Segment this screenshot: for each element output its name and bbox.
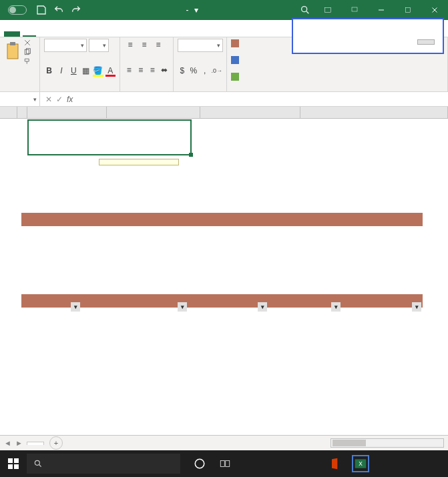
tab-home[interactable] <box>23 30 36 37</box>
filter-icon[interactable]: ▾ <box>331 302 341 312</box>
align-bottom-icon[interactable]: ≡ <box>152 39 164 51</box>
merge-icon[interactable]: ⬌ <box>160 64 170 76</box>
tab-formulas[interactable] <box>63 31 76 37</box>
filter-icon[interactable]: ▾ <box>258 302 267 312</box>
svg-point-0 <box>302 7 307 12</box>
tab-view[interactable] <box>103 31 116 37</box>
number-format-select[interactable] <box>178 39 223 52</box>
dropdown-icon[interactable]: ▾ <box>194 5 198 15</box>
search-icon <box>33 459 43 468</box>
align-center-icon[interactable]: ≡ <box>136 64 146 76</box>
taskbar-search[interactable] <box>27 454 180 474</box>
increase-decimal-icon[interactable]: .0→ <box>211 65 222 77</box>
worksheet[interactable]: ▾ ▾ ▾ ▾ ▾ <box>0 119 448 435</box>
ribbon-display-icon[interactable] <box>341 0 368 20</box>
separator: - <box>186 5 189 15</box>
title-search <box>296 5 314 15</box>
table-header-row: ▾ ▾ ▾ ▾ ▾ <box>21 294 423 308</box>
quick-access-toolbar <box>32 5 85 15</box>
format-as-table-button[interactable] <box>231 55 443 65</box>
svg-text:X: X <box>359 460 363 467</box>
fill-color-button[interactable]: 🪣 <box>93 65 103 77</box>
percent-icon[interactable]: % <box>189 65 198 77</box>
col-header-a[interactable] <box>17 107 27 118</box>
enter-icon[interactable]: ✓ <box>56 95 63 104</box>
search-icon[interactable] <box>300 5 310 15</box>
prev-sheet-icon[interactable]: ◄ <box>4 439 11 447</box>
taskbar: X <box>0 450 448 477</box>
font-size-select[interactable] <box>89 39 109 52</box>
redo-icon[interactable] <box>71 5 81 15</box>
col-header-d[interactable] <box>200 107 300 118</box>
ok-button[interactable] <box>417 39 435 45</box>
select-all-corner[interactable] <box>0 107 17 118</box>
comma-icon[interactable]: , <box>200 65 210 77</box>
start-button[interactable] <box>0 450 27 477</box>
copy-icon[interactable] <box>23 48 31 56</box>
office-icon[interactable] <box>328 456 343 471</box>
maximize-button[interactable] <box>395 0 421 20</box>
filter-icon[interactable]: ▾ <box>178 302 187 312</box>
undo-icon[interactable] <box>53 5 64 15</box>
bold-button[interactable]: B <box>44 65 54 77</box>
scroll-thumb[interactable] <box>332 440 366 446</box>
task-view-icon[interactable] <box>218 456 232 471</box>
tab-help[interactable] <box>116 31 130 37</box>
font-name-select[interactable] <box>44 39 87 52</box>
window-controls <box>314 0 448 20</box>
app-guard-icon[interactable] <box>314 0 341 20</box>
border-button[interactable]: ▦ <box>81 65 91 77</box>
next-sheet-icon[interactable]: ► <box>15 439 23 447</box>
save-icon[interactable] <box>36 5 47 15</box>
align-top-icon[interactable]: ≡ <box>124 39 136 51</box>
selection-box <box>27 119 192 155</box>
align-middle-icon[interactable]: ≡ <box>138 39 150 51</box>
discount-note <box>204 229 368 238</box>
filter-icon[interactable]: ▾ <box>71 302 80 312</box>
add-sheet-button[interactable]: + <box>49 436 63 450</box>
svg-rect-11 <box>14 464 19 469</box>
titlebar: - ▾ <box>0 0 448 20</box>
col-header-e[interactable] <box>300 107 448 118</box>
tab-insert[interactable] <box>36 31 49 37</box>
filter-icon[interactable]: ▾ <box>412 302 421 312</box>
group-font: B I U ▦ 🪣 A <box>40 37 120 91</box>
tab-data[interactable] <box>76 31 89 37</box>
formula-bar: ✕ ✓ fx <box>0 92 448 107</box>
col-header-c[interactable] <box>107 107 200 118</box>
close-button[interactable] <box>421 0 448 20</box>
fx-icon[interactable]: fx <box>67 95 73 104</box>
font-color-button[interactable]: A <box>105 65 116 77</box>
invoice-meta <box>336 158 423 198</box>
name-box[interactable] <box>0 92 40 106</box>
underline-button[interactable]: U <box>69 65 79 77</box>
cortana-icon[interactable] <box>192 456 207 471</box>
autosave[interactable] <box>0 5 32 15</box>
svg-rect-2 <box>352 7 357 11</box>
tab-page-layout[interactable] <box>49 31 63 37</box>
autosave-toggle[interactable] <box>8 5 27 15</box>
window-title: - ▾ <box>85 5 296 15</box>
bill-to-header <box>21 213 423 226</box>
font-label <box>44 89 116 90</box>
minimize-button[interactable] <box>368 0 395 20</box>
cut-icon[interactable] <box>23 39 31 47</box>
cancel-icon[interactable]: ✕ <box>45 95 52 104</box>
italic-button[interactable]: I <box>56 65 66 77</box>
align-right-icon[interactable]: ≡ <box>148 64 158 76</box>
svg-rect-9 <box>14 458 19 463</box>
svg-rect-4 <box>7 44 18 59</box>
svg-point-12 <box>35 460 39 465</box>
cell-styles-button[interactable] <box>231 72 443 81</box>
fill-handle[interactable] <box>189 153 193 157</box>
tab-review[interactable] <box>89 31 103 37</box>
format-painter-icon[interactable] <box>23 57 31 65</box>
horizontal-scrollbar[interactable] <box>330 438 444 448</box>
col-header-b[interactable] <box>27 107 107 118</box>
paste-button[interactable] <box>4 41 21 63</box>
currency-icon[interactable]: $ <box>178 65 187 77</box>
align-left-icon[interactable]: ≡ <box>124 64 134 76</box>
excel-taskbar-icon[interactable]: X <box>353 456 368 471</box>
sheet-tab-invoice[interactable] <box>27 442 44 445</box>
tab-file[interactable] <box>4 31 20 37</box>
